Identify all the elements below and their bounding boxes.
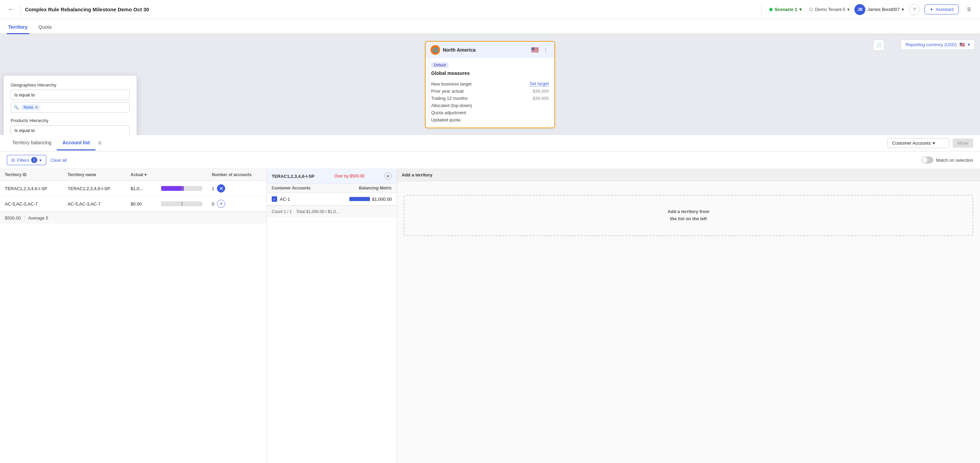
filter-products-operator[interactable] <box>11 125 130 135</box>
row-0-action-remove[interactable]: ✕ <box>217 184 225 192</box>
clear-all-button[interactable]: Clear all <box>50 158 67 163</box>
col-actual-chevron[interactable]: ▾ <box>145 172 146 177</box>
right-panel-footer: Count 1 / 1 Total $1,000.00 / $1,0... <box>267 206 396 217</box>
toggle-knob <box>922 157 927 163</box>
rp-footer-total: Total $1,000.00 / $1,0... <box>296 209 339 214</box>
table-footer: $500.00 Average 5 <box>0 212 267 224</box>
balance-bar-0 <box>161 186 202 191</box>
row-1-actual: $0.00 <box>126 196 156 212</box>
col-actual: Actual ▾ <box>126 169 156 181</box>
tab-quota[interactable]: Quota <box>37 21 53 34</box>
filter-geographies-values[interactable]: 🔍 None ✕ <box>11 102 130 113</box>
row-0-balance <box>156 181 207 196</box>
drag-handle[interactable]: ≡ <box>95 140 105 147</box>
sub-tab-territory-balancing[interactable]: Territory balancing <box>7 136 57 151</box>
col-num-accounts: Number of accounts <box>207 169 267 181</box>
sub-tab-account-list-label: Account list <box>62 140 90 145</box>
user-label: James Bond007 <box>867 7 900 12</box>
tab-quota-label: Quota <box>39 24 52 30</box>
export-button[interactable]: 📄 <box>873 40 884 51</box>
balance-bar-fill-0 <box>161 186 184 191</box>
card-row-new-business-label: New business target <box>431 81 471 87</box>
scenario-selector[interactable]: Scenario 1 ▾ <box>766 5 805 13</box>
tenant-chevron-icon: ▾ <box>847 7 850 12</box>
right-panel-header: TERAC1,2,3,4,6-I-SP Over by $500.00 ✕ <box>267 169 396 184</box>
rp-blue-bar-0 <box>349 197 370 201</box>
reporting-currency-chevron: ▾ <box>968 42 970 47</box>
card-row-new-business-value[interactable]: Set target <box>530 81 549 87</box>
hamburger-button[interactable]: ☰ <box>964 4 975 15</box>
balance-bar-center-0 <box>182 186 182 191</box>
topbar-divider-left <box>21 4 21 15</box>
add-territory-instructions: Add a territory from the list on the lef… <box>668 208 710 223</box>
back-icon: ← <box>8 6 14 13</box>
right-panel-close-button[interactable]: ✕ <box>384 172 392 180</box>
card-row-trailing-label: Trailing 12 months <box>431 96 468 101</box>
filter-geographies-label: Geographies Hierarchy <box>11 82 130 87</box>
user-area[interactable]: JB James Bond007 ▾ <box>854 4 904 15</box>
assistant-button[interactable]: ✦ Assistant <box>924 5 959 14</box>
add-territory-line2: the list on the left <box>670 216 707 221</box>
add-territory-dashed-box: Add a territory from the list on the lef… <box>404 195 973 236</box>
table-row: TERAC1,2,3,4,6-I-SP TERAC1,2,3,4,6-I-SP … <box>0 181 267 196</box>
filter-count-badge: 2 <box>31 157 37 163</box>
footer-divider <box>24 215 25 221</box>
card-row-prior-year-value: $36,000 <box>533 89 549 94</box>
card-row-new-business: New business target Set target <box>431 80 549 87</box>
filter-toggle-button[interactable]: ⊟ Filters 2 ▾ <box>7 155 46 165</box>
tenant-label: Demo Tenant-5 <box>815 7 846 12</box>
filter-products-label: Products Hierarchy <box>11 118 130 123</box>
reporting-currency-selector[interactable]: Reporting currency (USD) 🇺🇸 ▾ <box>901 40 975 49</box>
main-area: Geographies Hierarchy 🔍 None ✕ Products … <box>0 34 980 463</box>
filter-products-section: Products Hierarchy 🔍 Sales Planning ✕ In… <box>11 118 130 135</box>
row-0-id: TERAC1,2,3,4,6-I-SP <box>0 181 63 196</box>
territory-card: 🌐 North America 🇺🇸 ⋮ Default Global meas… <box>425 41 555 128</box>
back-button[interactable]: ← <box>5 4 16 15</box>
card-row-updated-quota: Updated quota <box>431 116 549 124</box>
rp-checkbox-0[interactable]: ✓ <box>272 196 277 202</box>
match-on-selection-toggle[interactable] <box>921 157 934 163</box>
rp-value-0: $1,000.00 <box>372 197 392 202</box>
row-1-balance <box>156 196 207 212</box>
scenario-status-dot <box>769 8 773 11</box>
rp-col-metric-header: Balancing Metric <box>351 186 392 190</box>
rp-account-name-0: AC-1 <box>280 197 347 202</box>
customer-accounts-dropdown[interactable]: Customer Accounts ▾ <box>888 138 949 148</box>
card-row-updated-quota-label: Updated quota <box>431 117 460 122</box>
tab-territory-label: Territory <box>8 24 28 30</box>
scenario-chevron-icon: ▾ <box>799 7 802 12</box>
row-0-actual: $1,0... <box>126 181 156 196</box>
table-row: AC-5,AC-3,AC-7 AC-5,AC-3,AC-7 $0.00 <box>0 196 267 212</box>
right-panel-col-headers: Customer Accounts Balancing Metric <box>267 184 396 193</box>
page-title: Complex Rule Rebalancing Milestone Demo … <box>25 6 757 12</box>
row-1-action-add[interactable]: + <box>217 200 225 208</box>
card-globe-icon: 🌐 <box>430 45 440 55</box>
territory-table: Territory ID Territory name Actual ▾ Num… <box>0 169 267 212</box>
filter-tag-none-remove[interactable]: ✕ <box>35 105 38 110</box>
card-row-quota-adj: Quota adjustment <box>431 109 549 116</box>
geographies-search-icon: 🔍 <box>14 105 19 110</box>
footer-average: Average 5 <box>28 216 48 220</box>
sub-tab-account-list[interactable]: Account list <box>57 136 95 151</box>
add-territory-body: Add a territory from the list on the lef… <box>397 181 980 250</box>
user-chevron-icon: ▾ <box>902 7 904 12</box>
col-territory-id: Territory ID <box>0 169 63 181</box>
move-button: Move <box>953 138 973 148</box>
tab-territory[interactable]: Territory <box>7 21 29 34</box>
filter-toggle-label: Filters <box>17 158 29 163</box>
filters-right: Match on selection <box>921 157 973 163</box>
default-badge: Default <box>431 62 449 68</box>
card-flag-icon: 🇺🇸 <box>531 46 539 54</box>
assistant-label: Assistant <box>935 7 954 12</box>
card-menu-button[interactable]: ⋮ <box>541 46 550 54</box>
filter-geographies-operator[interactable] <box>11 90 130 100</box>
row-1-name: AC-5,AC-3,AC-7 <box>63 196 126 212</box>
filter-tag-none[interactable]: None ✕ <box>21 104 41 111</box>
topbar: ← Complex Rule Rebalancing Milestone Dem… <box>0 0 980 19</box>
filter-chevron-icon: ▾ <box>39 158 42 163</box>
filter-geographies-section: Geographies Hierarchy 🔍 None ✕ <box>11 82 130 113</box>
tenant-selector[interactable]: ⬡ Demo Tenant-5 ▾ <box>809 7 850 12</box>
help-button[interactable]: ? <box>909 4 920 15</box>
card-row-allocated-label: Allocated (top-down) <box>431 103 472 108</box>
card-title: North America <box>443 47 476 53</box>
